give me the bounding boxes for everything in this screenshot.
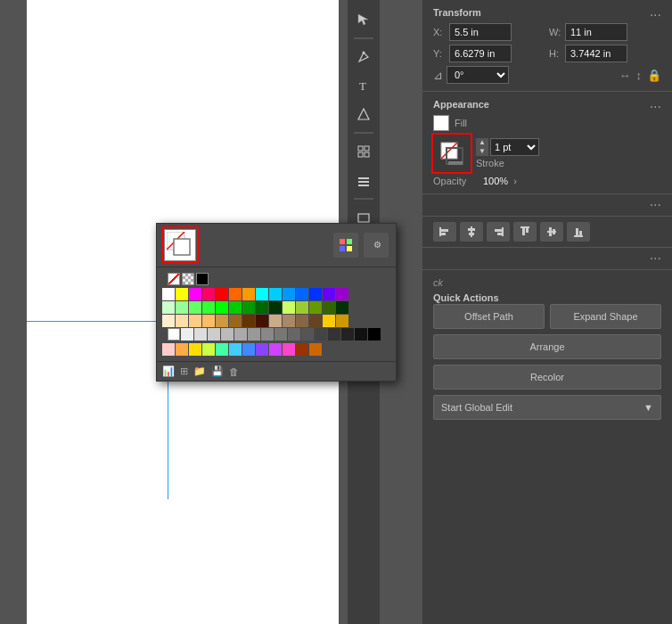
picker-main-swatch[interactable]	[164, 229, 196, 261]
color-green[interactable]	[216, 301, 228, 314]
color-olive[interactable]	[296, 301, 308, 314]
shape-tool[interactable]	[351, 102, 376, 127]
h-input[interactable]	[565, 45, 627, 62]
gray-7[interactable]	[261, 328, 274, 341]
none-color-swatch[interactable]	[168, 273, 180, 285]
color-forest[interactable]	[323, 301, 335, 314]
color-umber[interactable]	[296, 315, 308, 327]
color-purple[interactable]	[336, 288, 348, 300]
select-tool[interactable]	[351, 7, 376, 32]
color-cyan[interactable]	[256, 288, 268, 300]
color-lime[interactable]	[283, 301, 295, 314]
layers-tool[interactable]	[351, 168, 376, 193]
color-brown-light[interactable]	[216, 315, 228, 327]
register-color-swatch[interactable]	[196, 273, 209, 285]
color-peach[interactable]	[176, 315, 188, 327]
add-swatch-icon[interactable]: 📊	[162, 365, 175, 377]
pal-5[interactable]	[216, 343, 228, 356]
align-top-btn[interactable]	[513, 222, 537, 242]
x-input[interactable]	[449, 23, 512, 41]
color-g2[interactable]	[176, 301, 188, 314]
pal-7[interactable]	[242, 343, 255, 356]
pal-1[interactable]	[162, 343, 175, 356]
color-violet[interactable]	[323, 288, 335, 300]
color-g4[interactable]	[202, 301, 215, 314]
color-g7[interactable]	[242, 301, 255, 314]
stroke-swatch[interactable]	[433, 135, 471, 172]
align-middle-v-btn[interactable]	[540, 222, 563, 242]
pal-2[interactable]	[176, 343, 188, 356]
delete-icon[interactable]: 🗑	[229, 366, 239, 377]
picker-swatch-container[interactable]	[164, 229, 196, 261]
gray-3[interactable]	[208, 328, 220, 341]
stroke-weight-select[interactable]: 1 pt 0.5 pt 2 pt	[490, 138, 539, 156]
flip-v-icon[interactable]: ↕	[636, 69, 643, 82]
color-khaki[interactable]	[269, 315, 282, 327]
w-input[interactable]	[565, 23, 627, 41]
gray-black[interactable]	[368, 328, 381, 341]
gray-1[interactable]	[181, 328, 193, 341]
angle-select[interactable]: 0° 45° 90°	[447, 66, 509, 84]
color-moss[interactable]	[309, 301, 322, 314]
align-center-h-btn[interactable]	[460, 222, 483, 242]
color-sand[interactable]	[202, 315, 215, 327]
y-input[interactable]	[449, 45, 512, 62]
color-cream[interactable]	[162, 315, 175, 327]
start-global-edit-btn[interactable]: Start Global Edit ▼	[433, 395, 661, 420]
gray-8[interactable]	[275, 328, 287, 341]
gray-white[interactable]	[168, 328, 180, 341]
color-rose[interactable]	[202, 288, 215, 300]
pal-8[interactable]	[256, 343, 268, 356]
gray-2[interactable]	[194, 328, 207, 341]
color-sienna[interactable]	[309, 315, 322, 327]
gray-14[interactable]	[355, 328, 367, 341]
arrange-btn[interactable]: Arrange	[433, 334, 661, 359]
color-g8[interactable]	[256, 301, 268, 314]
color-g3[interactable]	[189, 301, 201, 314]
gray-10[interactable]	[301, 328, 314, 341]
color-tan[interactable]	[189, 315, 201, 327]
transform-more-btn[interactable]: ···	[650, 8, 661, 22]
color-orange[interactable]	[229, 288, 242, 300]
pattern-color-swatch[interactable]	[182, 273, 194, 285]
stroke-icon-container[interactable]	[433, 135, 471, 172]
offset-path-btn[interactable]: Offset Path	[433, 304, 545, 329]
section-more-btn-2[interactable]: ···	[650, 251, 661, 266]
pal-6[interactable]	[229, 343, 242, 356]
color-blue-bright[interactable]	[283, 288, 295, 300]
color-maroon[interactable]	[256, 315, 268, 327]
section-more-btn-1[interactable]: ···	[650, 198, 661, 212]
pal-12[interactable]	[309, 343, 322, 356]
gray-13[interactable]	[341, 328, 354, 341]
pen-tool[interactable]	[351, 45, 376, 70]
color-g1[interactable]	[162, 301, 175, 314]
fill-swatch[interactable]	[433, 115, 449, 131]
color-magenta[interactable]	[189, 288, 201, 300]
type-tool[interactable]: T	[351, 73, 376, 98]
color-g9[interactable]	[269, 301, 282, 314]
pal-3[interactable]	[189, 343, 201, 356]
color-wheel-tab[interactable]: ⚙	[364, 233, 389, 258]
color-yellow[interactable]	[176, 288, 188, 300]
color-gold[interactable]	[323, 315, 335, 327]
color-taupe[interactable]	[283, 315, 295, 327]
color-sky[interactable]	[269, 288, 282, 300]
recolor-btn[interactable]: Recolor	[433, 365, 661, 390]
gray-4[interactable]	[221, 328, 234, 341]
grid-swatch-icon[interactable]: ⊞	[180, 365, 188, 377]
color-blue[interactable]	[296, 288, 308, 300]
pal-11[interactable]	[296, 343, 308, 356]
color-green-dark[interactable]	[229, 301, 242, 314]
gray-5[interactable]	[234, 328, 247, 341]
appearance-more-btn[interactable]: ···	[650, 100, 661, 114]
flip-h-icon[interactable]: ↔	[619, 69, 631, 82]
align-bottom-btn[interactable]	[567, 222, 590, 242]
color-brown-dark[interactable]	[242, 315, 255, 327]
swatches-tab[interactable]	[333, 233, 358, 258]
folder-icon[interactable]: 📁	[193, 365, 206, 377]
color-white[interactable]	[162, 288, 175, 300]
pal-4[interactable]	[202, 343, 215, 356]
pal-9[interactable]	[269, 343, 282, 356]
lock-icon[interactable]: 🔒	[647, 69, 661, 82]
grid-tool[interactable]	[351, 139, 376, 164]
